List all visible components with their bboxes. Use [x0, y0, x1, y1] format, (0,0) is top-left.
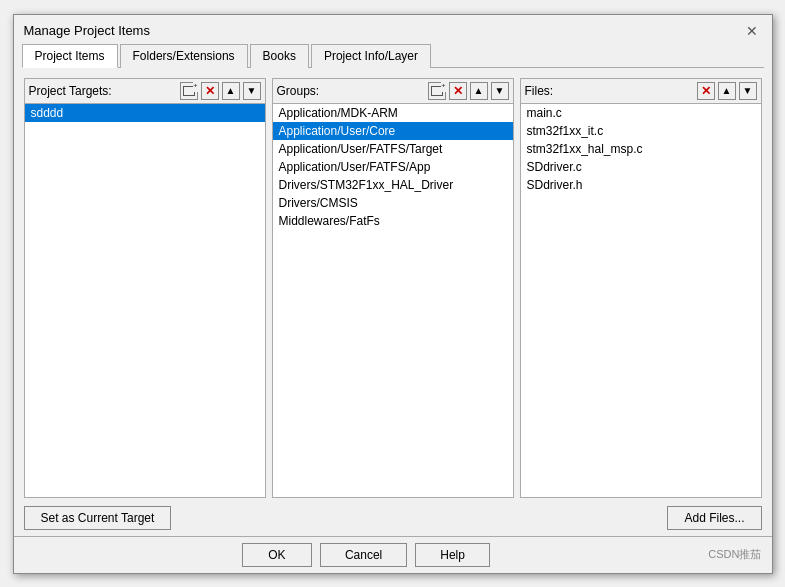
delete-file-button[interactable]: ✕ [697, 82, 715, 100]
project-targets-header: Project Targets: ⁺ ✕ ▲ ▼ [25, 79, 265, 104]
add-files-button[interactable]: Add Files... [667, 506, 761, 530]
move-group-up-button[interactable]: ▲ [470, 82, 488, 100]
move-file-up-button[interactable]: ▲ [718, 82, 736, 100]
list-item[interactable]: SDdriver.c [521, 158, 761, 176]
groups-label: Groups: [277, 84, 425, 98]
new-group-icon: ⁺ [431, 86, 443, 96]
list-item[interactable]: Drivers/STM32F1xx_HAL_Driver [273, 176, 513, 194]
list-item[interactable]: Application/MDK-ARM [273, 104, 513, 122]
set-as-current-target-button[interactable]: Set as Current Target [24, 506, 172, 530]
delete-group-icon: ✕ [453, 84, 463, 98]
title-bar: Manage Project Items ✕ [14, 15, 772, 43]
new-target-button[interactable]: ⁺ [180, 82, 198, 100]
groups-header: Groups: ⁺ ✕ ▲ ▼ [273, 79, 513, 104]
move-group-down-button[interactable]: ▼ [491, 82, 509, 100]
list-item[interactable]: stm32f1xx_hal_msp.c [521, 140, 761, 158]
list-item[interactable]: SDdriver.h [521, 176, 761, 194]
files-header: Files: ✕ ▲ ▼ [521, 79, 761, 104]
list-item[interactable]: main.c [521, 104, 761, 122]
list-item[interactable]: Application/User/Core [273, 122, 513, 140]
delete-target-button[interactable]: ✕ [201, 82, 219, 100]
files-label: Files: [525, 84, 694, 98]
up-file-arrow-icon: ▲ [722, 85, 732, 96]
up-arrow-icon: ▲ [226, 85, 236, 96]
manage-project-items-dialog: Manage Project Items ✕ Project Items Fol… [13, 14, 773, 574]
groups-panel: Groups: ⁺ ✕ ▲ ▼ [272, 78, 514, 498]
help-button[interactable]: Help [415, 543, 490, 567]
project-targets-label: Project Targets: [29, 84, 177, 98]
tabs-bar: Project Items Folders/Extensions Books P… [22, 43, 764, 68]
content-area: Project Targets: ⁺ ✕ ▲ ▼ [14, 68, 772, 536]
groups-list[interactable]: Application/MDK-ARM Application/User/Cor… [273, 104, 513, 497]
move-target-up-button[interactable]: ▲ [222, 82, 240, 100]
down-group-arrow-icon: ▼ [495, 85, 505, 96]
move-file-down-button[interactable]: ▼ [739, 82, 757, 100]
bottom-right-buttons: Add Files... [667, 506, 761, 530]
dialog-title: Manage Project Items [24, 23, 150, 38]
files-panel: Files: ✕ ▲ ▼ main.c stm32f1xx_it.c stm32… [520, 78, 762, 498]
list-item[interactable]: Drivers/CMSIS [273, 194, 513, 212]
dialog-footer: OK Cancel Help CSDN推茄 [14, 536, 772, 573]
new-group-button[interactable]: ⁺ [428, 82, 446, 100]
down-arrow-icon: ▼ [247, 85, 257, 96]
list-item[interactable]: sdddd [25, 104, 265, 122]
project-targets-panel: Project Targets: ⁺ ✕ ▲ ▼ [24, 78, 266, 498]
bottom-left-buttons: Set as Current Target [24, 506, 172, 530]
tab-folders-extensions[interactable]: Folders/Extensions [120, 44, 248, 68]
close-button[interactable]: ✕ [742, 23, 762, 39]
down-file-arrow-icon: ▼ [743, 85, 753, 96]
footer-buttons: OK Cancel Help [24, 543, 709, 567]
tab-project-items[interactable]: Project Items [22, 44, 118, 68]
panels-row: Project Targets: ⁺ ✕ ▲ ▼ [24, 78, 762, 498]
files-list[interactable]: main.c stm32f1xx_it.c stm32f1xx_hal_msp.… [521, 104, 761, 497]
project-targets-list[interactable]: sdddd [25, 104, 265, 497]
bottom-action-row: Set as Current Target Add Files... [24, 506, 762, 530]
delete-file-icon: ✕ [701, 84, 711, 98]
move-target-down-button[interactable]: ▼ [243, 82, 261, 100]
watermark-text: CSDN推茄 [708, 547, 761, 562]
list-item[interactable]: Application/User/FATFS/App [273, 158, 513, 176]
tab-books[interactable]: Books [250, 44, 309, 68]
ok-button[interactable]: OK [242, 543, 312, 567]
new-icon: ⁺ [183, 86, 195, 96]
cancel-button[interactable]: Cancel [320, 543, 407, 567]
list-item[interactable]: Middlewares/FatFs [273, 212, 513, 230]
delete-group-button[interactable]: ✕ [449, 82, 467, 100]
up-group-arrow-icon: ▲ [474, 85, 484, 96]
list-item[interactable]: stm32f1xx_it.c [521, 122, 761, 140]
tab-project-info-layer[interactable]: Project Info/Layer [311, 44, 431, 68]
delete-icon: ✕ [205, 84, 215, 98]
list-item[interactable]: Application/User/FATFS/Target [273, 140, 513, 158]
